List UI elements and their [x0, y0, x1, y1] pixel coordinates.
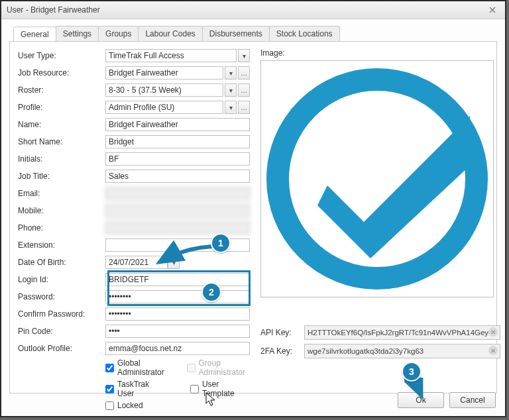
ellipsis-icon[interactable]: …: [238, 83, 250, 97]
global-administrator-checkbox[interactable]: [105, 364, 114, 372]
label-outlook-profile: Outlook Profile:: [18, 344, 105, 353]
label-email: Email:: [18, 189, 105, 198]
phone-input[interactable]: [105, 221, 250, 235]
chevron-down-icon[interactable]: ▾: [238, 49, 250, 62]
clear-icon[interactable]: ✕: [488, 346, 498, 355]
form-right-column: Image: API Key: H2TTTOkEYf6Q/IsFpkJ2rgRT…: [260, 48, 500, 411]
label-confirm-password: Confirm Password:: [18, 309, 105, 319]
label-roster: Roster:: [18, 85, 105, 95]
initials-input[interactable]: [105, 152, 250, 166]
label-job-title: Job Title:: [18, 172, 105, 181]
locked-checkbox[interactable]: [105, 401, 114, 410]
label-extension: Extension:: [18, 240, 105, 250]
user-template-checkbox[interactable]: [190, 385, 199, 394]
email-input[interactable]: [105, 187, 250, 200]
pin-code-input[interactable]: [105, 325, 250, 338]
confirm-password-input[interactable]: [105, 307, 250, 321]
annotation-badge-3: 3: [402, 362, 422, 382]
label-login-id: Login Id:: [18, 275, 105, 284]
short-name-input[interactable]: [105, 135, 250, 148]
label-phone: Phone:: [18, 223, 105, 233]
outlook-profile-input[interactable]: [105, 342, 250, 355]
label-initials: Initials:: [18, 154, 105, 164]
tab-general[interactable]: General: [13, 26, 56, 42]
annotation-arrow-icon: [151, 240, 217, 273]
twofa-key-value: wge7silvrkotlugatkq3tda2i3y7kg63: [308, 347, 424, 355]
job-resource-combo[interactable]: Bridget Fairweather: [105, 66, 223, 79]
group-administrator-checkbox: [187, 364, 196, 372]
label-password: Password:: [18, 292, 105, 301]
twofa-key-label: 2FA Key:: [260, 346, 299, 356]
annotation-arrow-icon: [404, 378, 431, 404]
title-bar: User - Bridget Fairweather: [1, 1, 505, 19]
annotation-badge-2: 2: [201, 282, 221, 302]
api-key-label: API Key:: [260, 328, 299, 337]
tabpanel-general: User Type: TimeTrak Full Access ▾ Job Re…: [9, 41, 497, 394]
ellipsis-icon[interactable]: …: [238, 66, 250, 79]
window-title: User - Bridget Fairweather: [7, 5, 100, 15]
user-dialog: User - Bridget Fairweather General Setti…: [0, 0, 506, 417]
tab-settings[interactable]: Settings: [56, 26, 99, 41]
api-key-field[interactable]: H2TTTOkEYf6Q/IsFpkJ2rgRT/Tc91n4WvVPhA14G…: [304, 325, 500, 340]
tasktrak-user-checkbox[interactable]: [105, 385, 114, 394]
tab-stock-locations[interactable]: Stock Locations: [269, 26, 340, 41]
checkmark-circle-icon: [264, 66, 490, 291]
chevron-down-icon[interactable]: ▾: [225, 101, 237, 114]
label-dob: Date Of Birth:: [18, 258, 105, 267]
ellipsis-icon[interactable]: …: [238, 101, 250, 114]
label-job-resource: Job Resource:: [18, 68, 105, 78]
label-pin-code: Pin Code:: [18, 327, 105, 336]
label-mobile: Mobile:: [18, 206, 105, 215]
tab-strip: General Settings Groups Labour Codes Dis…: [1, 19, 505, 41]
profile-combo[interactable]: Admin Profile (SU): [105, 101, 223, 114]
tab-disbursements[interactable]: Disbursements: [202, 26, 270, 41]
mobile-input[interactable]: [105, 204, 250, 217]
annotation-badge-1: 1: [211, 233, 231, 253]
close-icon[interactable]: [485, 4, 500, 16]
roster-combo[interactable]: 8-30 - 5 (37.5 Week): [105, 83, 223, 97]
user-image-box[interactable]: [260, 60, 494, 297]
label-user-type: User Type:: [18, 51, 105, 60]
cancel-button[interactable]: Cancel: [449, 392, 496, 408]
label-profile: Profile:: [18, 103, 105, 112]
label-name: Name:: [18, 120, 105, 129]
login-id-input[interactable]: [105, 273, 250, 286]
twofa-key-field[interactable]: wge7silvrkotlugatkq3tda2i3y7kg63 ✕: [304, 344, 500, 358]
image-label: Image:: [260, 48, 500, 58]
tab-groups[interactable]: Groups: [98, 26, 139, 41]
user-type-combo[interactable]: TimeTrak Full Access: [105, 49, 237, 62]
job-title-input[interactable]: [105, 170, 250, 183]
form-left-column: User Type: TimeTrak Full Access ▾ Job Re…: [18, 48, 250, 411]
global-admin-label: Global Administrator: [117, 358, 170, 377]
password-input[interactable]: [105, 290, 250, 303]
tab-labour-codes[interactable]: Labour Codes: [138, 26, 202, 41]
tasktrak-label: TaskTrak User: [117, 380, 165, 398]
group-admin-label: Group Administrator: [199, 358, 250, 377]
api-key-value: H2TTTOkEYf6Q/IsFpkJ2rgRT/Tc91n4WvVPhA14G…: [308, 329, 497, 337]
cursor-icon: [205, 392, 217, 407]
name-input[interactable]: [105, 118, 250, 131]
label-short-name: Short Name:: [18, 137, 105, 146]
chevron-down-icon[interactable]: ▾: [225, 83, 237, 97]
chevron-down-icon[interactable]: ▾: [225, 66, 237, 79]
locked-label: Locked: [117, 401, 143, 410]
